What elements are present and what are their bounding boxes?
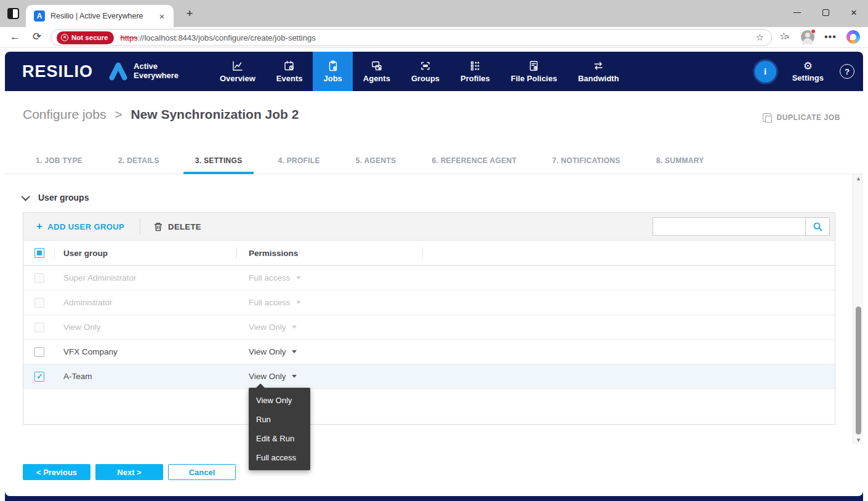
new-tab-button[interactable]: + (182, 6, 197, 21)
minimize-button[interactable] (783, 0, 811, 25)
permissions-menu-item[interactable]: Edit & Run (249, 429, 310, 448)
breadcrumb-configure-jobs[interactable]: Configure jobs (23, 107, 106, 121)
close-window-button[interactable]: × (840, 0, 868, 25)
permission-value: View Only (249, 347, 286, 356)
step-5[interactable]: 5. AGENTS (356, 148, 396, 174)
permissions-menu-item[interactable]: Run (249, 410, 310, 429)
duplicate-job-button[interactable]: DUPLICATE JOB (763, 113, 840, 122)
browser-tab-strip: A Resilio | Active Everywhere × + × (0, 0, 868, 27)
page-title: New Synchronization Job 2 (131, 107, 299, 121)
bookmark-star-icon[interactable]: ☆ (753, 32, 766, 43)
main-nav: Overview Events Jobs Agents Groups Profi… (209, 52, 629, 91)
help-button[interactable]: ? (840, 64, 854, 79)
resilio-favicon-icon: A (34, 10, 45, 22)
nav-item-bandwidth[interactable]: Bandwidth (568, 52, 629, 91)
plus-icon: + (36, 222, 42, 231)
user-group-name: View Only (63, 323, 101, 332)
settings-label: Settings (792, 73, 824, 82)
step-8[interactable]: 8. SUMMARY (656, 148, 704, 174)
scroll-up-icon[interactable]: ▲ (853, 174, 863, 183)
table-header-row: User group Permissions (23, 241, 835, 266)
maximize-button[interactable] (811, 0, 840, 25)
permission-dropdown[interactable]: View Only (249, 372, 297, 381)
shield-x-icon: ✕ (61, 34, 68, 41)
window-controls: × (783, 0, 868, 25)
next-button[interactable]: Next > (95, 464, 163, 480)
screen: A Resilio | Active Everywhere × + × ← ⟳ … (0, 0, 868, 501)
step-4[interactable]: 4. PROFILE (278, 148, 319, 174)
info-button[interactable]: i (755, 61, 776, 82)
step-1[interactable]: 1. JOB TYPE (36, 148, 82, 174)
previous-button[interactable]: < Previous (23, 464, 90, 480)
permission-dropdown: View Only (249, 323, 297, 332)
table-row[interactable]: Administrator Full access (23, 291, 835, 315)
profile-avatar[interactable] (801, 30, 814, 44)
caret-down-icon (296, 276, 301, 279)
table-row[interactable]: Super Administrator Full access (23, 266, 835, 291)
row-checkbox[interactable] (34, 372, 44, 382)
row-checkbox[interactable] (34, 347, 44, 357)
nav-item-jobs[interactable]: Jobs (313, 52, 352, 91)
nav-item-profiles[interactable]: Profiles (450, 52, 500, 91)
select-all-checkbox[interactable] (34, 248, 44, 258)
reload-button[interactable]: ⟳ (33, 31, 41, 43)
step-3[interactable]: 3. SETTINGS (195, 148, 243, 174)
table-toolbar: + ADD USER GROUP DELETE (23, 213, 835, 241)
browser-menu-icon[interactable]: ••• (824, 31, 837, 42)
permissions-menu: View OnlyRunEdit & RunFull access (249, 388, 310, 470)
browser-tab[interactable]: A Resilio | Active Everywhere × (26, 5, 174, 27)
search-button[interactable] (805, 217, 830, 236)
product-name: Active Everywhere (134, 62, 179, 80)
permission-value: Full access (249, 273, 291, 283)
nav-item-events[interactable]: Events (266, 52, 313, 91)
url-rest: ://localhost:8443/jobs/configure/create/… (138, 33, 316, 42)
close-tab-icon[interactable]: × (156, 11, 167, 22)
table-search (653, 217, 830, 236)
nav-item-file-policies[interactable]: File Policies (500, 52, 568, 91)
favorites-icon[interactable]: ☆≡ (779, 30, 793, 44)
tab-actions-icon[interactable] (7, 8, 19, 19)
not-secure-badge[interactable]: ✕ Not secure (57, 31, 114, 44)
user-group-name: A-Team (63, 372, 92, 381)
duplicate-job-label: DUPLICATE JOB (776, 113, 840, 122)
scrollbar-thumb[interactable] (856, 307, 861, 435)
nav-item-agents[interactable]: Agents (353, 52, 401, 91)
address-bar[interactable]: ✕ Not secure https://localhost:8443/jobs… (50, 29, 772, 46)
cancel-button[interactable]: Cancel (168, 464, 236, 480)
add-user-group-button[interactable]: + ADD USER GROUP (36, 222, 124, 231)
step-7[interactable]: 7. NOTIFICATIONS (552, 148, 621, 174)
search-input[interactable] (653, 217, 805, 236)
url-scheme: https (120, 33, 137, 42)
caret-down-icon (292, 326, 297, 329)
permission-dropdown[interactable]: View Only (249, 347, 297, 356)
scroll-down-icon[interactable]: ▼ (853, 436, 863, 444)
app-navbar: RESILIO Active Everywhere Overview Event… (5, 52, 863, 91)
user-group-name: Administrator (63, 298, 113, 307)
delete-button[interactable]: DELETE (154, 222, 201, 231)
nav-item-settings[interactable]: ⚙ Settings (792, 61, 824, 82)
step-2[interactable]: 2. DETAILS (118, 148, 159, 174)
caret-down-icon (296, 301, 301, 304)
user-group-name: Super Administrator (63, 273, 137, 283)
content-scrollbar: ▲ ▼ (853, 174, 863, 444)
tab-title: Resilio | Active Everywhere (50, 12, 156, 20)
row-checkbox (34, 273, 44, 283)
table-body: Super Administrator Full access Administ… (23, 266, 835, 389)
nav-item-overview[interactable]: Overview (209, 52, 266, 91)
row-checkbox (34, 298, 44, 308)
back-button[interactable]: ← (10, 31, 20, 43)
nav-item-groups[interactable]: Groups (401, 52, 450, 91)
column-user-group: User group (63, 249, 108, 258)
table-row[interactable]: A-Team View Only (23, 364, 835, 389)
chevron-down-icon[interactable] (22, 193, 30, 201)
permissions-menu-item[interactable]: Full access (249, 448, 310, 467)
table-row[interactable]: VFX Company View Only (23, 340, 835, 364)
permissions-menu-item[interactable]: View Only (249, 391, 310, 410)
breadcrumb-separator: > (115, 107, 122, 121)
step-6[interactable]: 6. REFERENCE AGENT (432, 148, 516, 174)
table-row[interactable]: View Only View Only (23, 315, 835, 340)
copilot-icon[interactable] (846, 30, 860, 44)
breadcrumb: Configure jobs > New Synchronization Job… (23, 107, 299, 122)
avatar-icon (801, 30, 814, 44)
nav-right: i ⚙ Settings ? (755, 52, 854, 91)
